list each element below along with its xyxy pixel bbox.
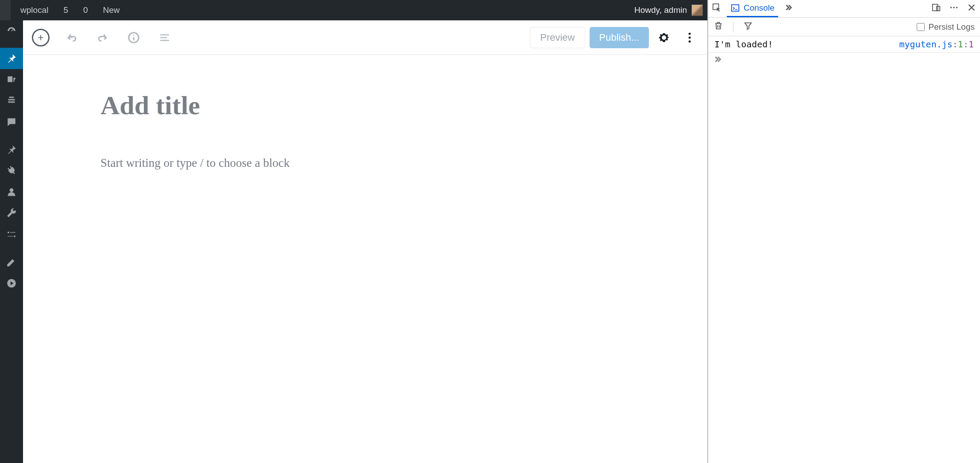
chevrons-right-icon <box>783 3 793 12</box>
svg-point-1 <box>10 188 14 192</box>
sidebar-item-settings[interactable] <box>0 224 23 245</box>
admin-bar-left: wplocal 5 0 New <box>0 0 125 20</box>
wp-logo-menu[interactable] <box>0 0 11 20</box>
devtools-panel: Console Persist Logs I'm loaded! myguten… <box>707 0 980 463</box>
sliders-icon <box>6 229 17 240</box>
add-block-button[interactable] <box>30 27 51 48</box>
gear-icon <box>657 31 671 44</box>
sidebar-item-plugins[interactable] <box>0 160 23 181</box>
log-source[interactable]: myguten.js:1:1 <box>899 39 974 50</box>
undo-icon <box>65 31 78 44</box>
devices-icon <box>931 3 941 12</box>
post-title-placeholder[interactable]: Add title <box>100 90 707 121</box>
new-label: New <box>103 5 120 15</box>
preview-button[interactable]: Preview <box>530 27 585 48</box>
close-icon <box>967 3 976 12</box>
sidebar-item-play[interactable] <box>0 273 23 294</box>
persist-logs-checkbox[interactable] <box>917 23 925 31</box>
sidebar-item-posts[interactable] <box>0 48 23 69</box>
svg-point-7 <box>689 36 691 39</box>
sidebar-item-pin2[interactable] <box>0 139 23 160</box>
svg-rect-12 <box>937 6 940 11</box>
comments-count: 0 <box>83 5 88 15</box>
console-tab[interactable]: Console <box>727 0 778 17</box>
inspect-icon <box>712 3 721 12</box>
svg-rect-11 <box>933 4 938 11</box>
pages-icon <box>6 95 17 107</box>
publish-label: Publish... <box>599 32 640 43</box>
list-icon <box>158 31 171 44</box>
more-vertical-icon <box>683 31 696 44</box>
new-content-link[interactable]: New <box>93 0 125 20</box>
devtools-menu-button[interactable] <box>949 3 959 15</box>
plug-icon <box>6 165 17 177</box>
svg-rect-10 <box>732 5 739 12</box>
admin-sidebar <box>0 20 23 463</box>
info-button[interactable] <box>123 27 144 48</box>
comment-icon <box>6 116 17 128</box>
console-icon <box>730 3 740 13</box>
clear-console-button[interactable] <box>714 21 723 33</box>
admin-bar-account[interactable]: Howdy, admin <box>634 4 707 16</box>
trash-icon <box>714 21 723 31</box>
persist-logs-label: Persist Logs <box>928 22 975 32</box>
updates-count: 5 <box>63 5 68 15</box>
svg-point-5 <box>133 35 135 36</box>
play-circle-icon <box>6 278 17 289</box>
svg-point-6 <box>689 32 691 35</box>
site-name: wplocal <box>20 5 48 15</box>
undo-button[interactable] <box>61 27 82 48</box>
console-prompt[interactable] <box>708 52 980 66</box>
toolbar-left <box>30 27 175 48</box>
settings-button[interactable] <box>653 27 675 48</box>
media-icon <box>6 74 17 85</box>
filter-button[interactable] <box>743 21 753 33</box>
console-log-row: I'm loaded! myguten.js:1:1 <box>708 36 980 52</box>
avatar <box>691 4 703 16</box>
wrench-icon <box>6 208 17 219</box>
comments-link[interactable]: 0 <box>73 0 93 20</box>
sidebar-item-comments[interactable] <box>0 112 23 133</box>
user-icon <box>6 186 17 198</box>
toolbar-right: Preview Publish... <box>530 27 700 48</box>
console-output: I'm loaded! myguten.js:1:1 <box>708 36 980 463</box>
preview-label: Preview <box>540 32 575 43</box>
svg-point-14 <box>953 7 955 8</box>
devtools-close-button[interactable] <box>967 3 976 15</box>
editor-canvas[interactable]: Add title Start writing or type / to cho… <box>23 55 707 463</box>
devtools-tabbar: Console <box>708 0 980 18</box>
log-message: I'm loaded! <box>714 39 899 50</box>
sidebar-item-dashboard[interactable] <box>0 20 23 42</box>
tabs-overflow-button[interactable] <box>783 3 793 15</box>
dashboard-icon <box>6 25 17 37</box>
plus-icon <box>36 33 45 42</box>
sidebar-item-tools[interactable] <box>0 203 23 224</box>
chevrons-right-icon <box>713 54 722 64</box>
howdy-text: Howdy, admin <box>634 5 687 15</box>
svg-point-8 <box>689 40 691 42</box>
outline-button[interactable] <box>154 27 175 48</box>
editor-toolbar: Preview Publish... <box>23 20 707 55</box>
svg-point-15 <box>956 7 958 8</box>
info-icon <box>127 31 140 44</box>
wp-admin-bar: wplocal 5 0 New Howdy, admin <box>0 0 707 20</box>
inspector-picker-button[interactable] <box>712 3 721 15</box>
sidebar-item-users[interactable] <box>0 181 23 203</box>
console-tab-label: Console <box>744 3 775 13</box>
post-body-placeholder[interactable]: Start writing or type / to choose a bloc… <box>100 156 707 170</box>
pin-icon <box>6 53 17 64</box>
site-link[interactable]: wplocal <box>11 0 54 20</box>
sidebar-item-pages[interactable] <box>0 90 23 112</box>
more-horizontal-icon <box>949 3 959 12</box>
sidebar-item-media[interactable] <box>0 69 23 90</box>
block-editor: Preview Publish... Add title Start writi… <box>23 20 707 463</box>
pencil-icon <box>6 256 17 268</box>
redo-button[interactable] <box>92 27 113 48</box>
sidebar-item-edit[interactable] <box>0 251 23 273</box>
responsive-mode-button[interactable] <box>931 3 941 15</box>
publish-button[interactable]: Publish... <box>590 27 649 48</box>
more-button[interactable] <box>679 27 700 48</box>
redo-icon <box>96 31 109 44</box>
updates-link[interactable]: 5 <box>54 0 73 20</box>
svg-point-13 <box>950 7 952 8</box>
